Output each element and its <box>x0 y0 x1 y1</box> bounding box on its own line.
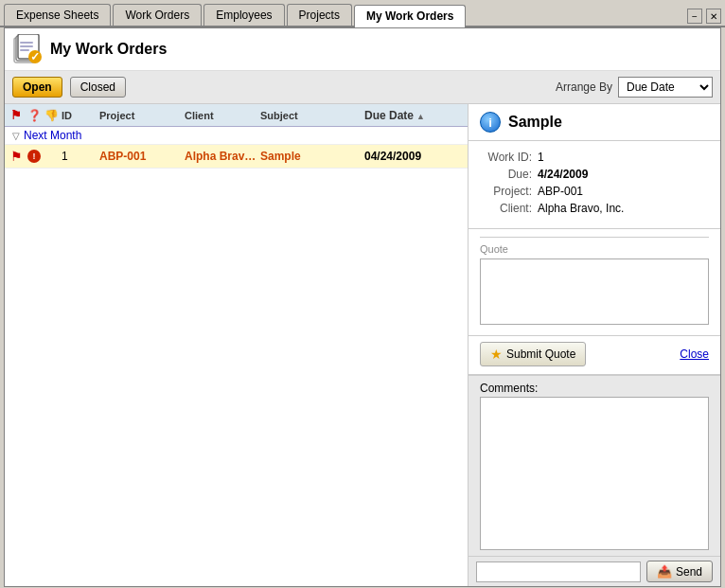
send-input[interactable] <box>476 561 641 582</box>
main-window: ✓ My Work Orders Open Closed Arrange By … <box>4 27 721 587</box>
table-header: ⚑ ❓ 👎 ID Project Client Subject Due Date… <box>5 104 468 127</box>
comments-section: Comments: 📤 Send <box>469 376 720 586</box>
arrange-by-select[interactable]: Due Date Project Client <box>618 77 713 98</box>
col-flag: ⚑ <box>9 106 26 124</box>
close-button[interactable]: ✕ <box>706 9 721 24</box>
table-row[interactable]: ⚑ ! 1 ABP-001 Alpha Bravo,... Sample 04/… <box>5 145 468 169</box>
tab-expense-sheets[interactable]: Expense Sheets <box>4 4 111 26</box>
window-icon: ✓ <box>12 34 43 64</box>
submit-quote-label: Submit Quote <box>506 347 575 361</box>
client-label: Client: <box>480 202 532 215</box>
cell-alert: ! <box>26 148 43 165</box>
col-id: ID <box>60 108 97 123</box>
col-thumb: 👎 <box>43 107 60 124</box>
detail-fields: Work ID: 1 Due: 4/24/2009 Project: ABP-0… <box>469 141 720 229</box>
cell-project: ABP-001 <box>97 148 183 165</box>
minimize-button[interactable]: − <box>687 9 702 24</box>
open-button[interactable]: Open <box>12 77 62 98</box>
project-value: ABP-001 <box>538 185 583 198</box>
col-due-date: Due Date ▲ <box>362 107 464 124</box>
flag-icon: ⚑ <box>10 149 23 164</box>
content-area: ⚑ ❓ 👎 ID Project Client Subject Due Date… <box>5 104 720 586</box>
cell-flag: ⚑ <box>9 147 26 166</box>
star-icon: ★ <box>490 347 503 362</box>
right-panel: i Sample Work ID: 1 Due: 4/24/2009 Proje… <box>469 104 720 586</box>
send-row: 📤 Send <box>469 556 720 586</box>
tab-controls: − ✕ <box>687 9 721 26</box>
tab-my-work-orders[interactable]: My Work Orders <box>354 5 466 27</box>
due-label: Due: <box>480 168 532 181</box>
svg-rect-4 <box>20 45 33 47</box>
arrange-by-group: Arrange By Due Date Project Client <box>556 77 713 98</box>
collapse-icon: ▽ <box>12 131 20 141</box>
comments-input[interactable] <box>480 397 709 550</box>
col-alert: ❓ <box>26 107 43 124</box>
cell-id: 1 <box>60 148 97 165</box>
work-id-label: Work ID: <box>480 151 532 164</box>
work-id-value: 1 <box>538 151 544 164</box>
send-button[interactable]: 📤 Send <box>646 561 713 582</box>
cell-thumb <box>43 154 60 158</box>
field-project: Project: ABP-001 <box>480 185 709 198</box>
tab-projects[interactable]: Projects <box>287 4 352 26</box>
sort-arrow: ▲ <box>416 112 425 121</box>
tab-employees[interactable]: Employees <box>203 4 284 26</box>
field-due: Due: 4/24/2009 <box>480 168 709 181</box>
send-label: Send <box>676 565 702 579</box>
submit-quote-button[interactable]: ★ Submit Quote <box>480 342 586 366</box>
cell-subject: Sample <box>258 148 362 165</box>
cell-client: Alpha Bravo,... <box>183 148 258 165</box>
alert-icon: ! <box>27 150 41 163</box>
info-icon: i <box>480 112 501 133</box>
window-header: ✓ My Work Orders <box>5 28 720 71</box>
submit-close-row: ★ Submit Quote Close <box>469 336 720 376</box>
quote-input[interactable] <box>480 258 709 325</box>
group-header-next-month[interactable]: ▽ Next Month <box>5 127 468 145</box>
field-work-id: Work ID: 1 <box>480 151 709 164</box>
detail-title: Sample <box>508 114 562 131</box>
col-subject: Subject <box>258 108 362 123</box>
close-link[interactable]: Close <box>680 342 709 366</box>
field-client: Client: Alpha Bravo, Inc. <box>480 202 709 215</box>
detail-header: i Sample <box>469 104 720 141</box>
left-panel: ⚑ ❓ 👎 ID Project Client Subject Due Date… <box>5 104 469 586</box>
svg-text:✓: ✓ <box>30 50 40 63</box>
arrange-by-label: Arrange By <box>556 80 612 94</box>
col-project: Project <box>97 108 183 123</box>
quote-section: Quote <box>469 229 720 336</box>
tab-work-orders[interactable]: Work Orders <box>113 4 202 26</box>
quote-label: Quote <box>480 237 709 255</box>
comments-label: Comments: <box>469 376 720 397</box>
send-icon: 📤 <box>657 564 672 579</box>
project-label: Project: <box>480 185 532 198</box>
col-client: Client <box>183 108 258 123</box>
closed-button[interactable]: Closed <box>70 77 126 98</box>
cell-due-date: 04/24/2009 <box>362 148 464 165</box>
tab-bar: Expense Sheets Work Orders Employees Pro… <box>0 0 725 27</box>
client-value: Alpha Bravo, Inc. <box>538 202 624 215</box>
toolbar: Open Closed Arrange By Due Date Project … <box>5 71 720 104</box>
window-title: My Work Orders <box>50 41 167 58</box>
svg-rect-3 <box>20 42 33 44</box>
svg-rect-5 <box>20 49 29 51</box>
group-label: Next Month <box>24 129 81 142</box>
due-value: 4/24/2009 <box>538 168 588 181</box>
